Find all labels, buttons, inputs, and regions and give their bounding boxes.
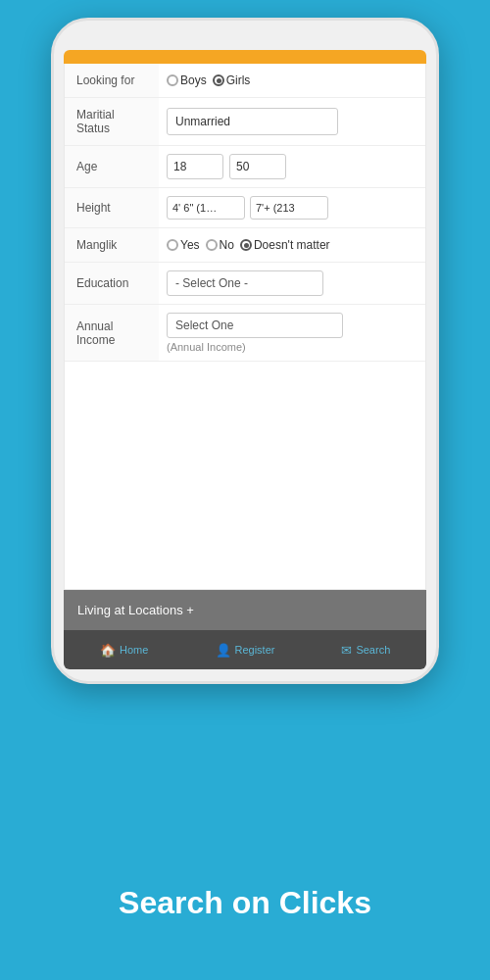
manglik-dm-label: Doesn't matter	[254, 238, 330, 252]
bottom-nav: 🏠 Home 👤 Register ✉ Search	[64, 630, 426, 669]
annual-income-row: Annual Income Select One (Annual Income)	[65, 305, 425, 362]
nav-register[interactable]: 👤 Register	[184, 630, 305, 669]
boys-label: Boys	[180, 74, 207, 87]
annual-income-label: Annual Income	[76, 319, 115, 347]
phone-screen: Looking for Boys Girls	[64, 50, 426, 669]
manglik-yes-label: Yes	[180, 238, 200, 252]
marital-status-label: Maritial Status	[76, 108, 115, 135]
girls-label: Girls	[226, 74, 251, 87]
manglik-label: Manglik	[76, 238, 117, 252]
age-row: Age 18 50	[65, 146, 425, 188]
phone-shell: Looking for Boys Girls	[51, 18, 439, 684]
manglik-no-label: No	[220, 238, 234, 252]
nav-search[interactable]: ✉ Search	[306, 630, 426, 669]
height-max-input[interactable]: 7'+ (213	[250, 196, 328, 220]
search-icon: ✉	[341, 643, 352, 658]
girls-option[interactable]: Girls	[213, 74, 251, 87]
manglik-dm-option[interactable]: Doesn't matter	[240, 238, 330, 252]
manglik-row: Manglik Yes No	[65, 228, 425, 263]
manglik-yes-radio[interactable]	[167, 239, 178, 251]
search-label: Search	[356, 644, 390, 656]
manglik-radio-group: Yes No Doesn't matter	[167, 238, 417, 252]
education-label: Education	[76, 276, 128, 290]
height-inputs: 4' 6" (1… 7'+ (213	[167, 196, 417, 220]
education-select[interactable]: - Select One -	[167, 270, 323, 296]
locations-label: Living at Locations +	[77, 603, 194, 617]
annual-income-sub: (Annual Income)	[167, 341, 417, 353]
form-container: Looking for Boys Girls	[64, 64, 426, 590]
manglik-no-option[interactable]: No	[206, 238, 234, 252]
looking-for-radio-group: Boys Girls	[167, 74, 417, 87]
home-icon: 🏠	[100, 643, 116, 658]
age-label: Age	[76, 160, 97, 173]
locations-bar[interactable]: Living at Locations +	[64, 590, 426, 630]
height-min-input[interactable]: 4' 6" (1…	[167, 196, 245, 220]
orange-bar	[64, 50, 426, 64]
age-min-input[interactable]: 18	[167, 154, 223, 179]
bottom-text: Search on Clicks	[0, 885, 490, 921]
age-inputs: 18 50	[167, 154, 417, 179]
height-label: Height	[76, 201, 111, 215]
looking-for-label: Looking for	[76, 74, 134, 87]
marital-status-input[interactable]: Unmarried	[167, 108, 338, 135]
home-label: Home	[120, 644, 148, 656]
age-max-input[interactable]: 50	[229, 154, 286, 179]
manglik-yes-option[interactable]: Yes	[167, 238, 200, 252]
register-label: Register	[235, 644, 275, 656]
boys-option[interactable]: Boys	[167, 74, 207, 87]
manglik-no-radio[interactable]	[206, 239, 218, 251]
girls-radio[interactable]	[213, 74, 224, 86]
register-icon: 👤	[216, 643, 231, 658]
education-row: Education - Select One -	[65, 263, 425, 305]
manglik-dm-radio[interactable]	[240, 239, 252, 251]
annual-income-select[interactable]: Select One	[167, 313, 343, 338]
marital-status-row: Maritial Status Unmarried	[65, 98, 425, 146]
boys-radio[interactable]	[167, 74, 178, 86]
height-row: Height 4' 6" (1… 7'+ (213	[65, 188, 425, 228]
looking-for-row: Looking for Boys Girls	[65, 64, 425, 98]
nav-home[interactable]: 🏠 Home	[64, 630, 184, 669]
